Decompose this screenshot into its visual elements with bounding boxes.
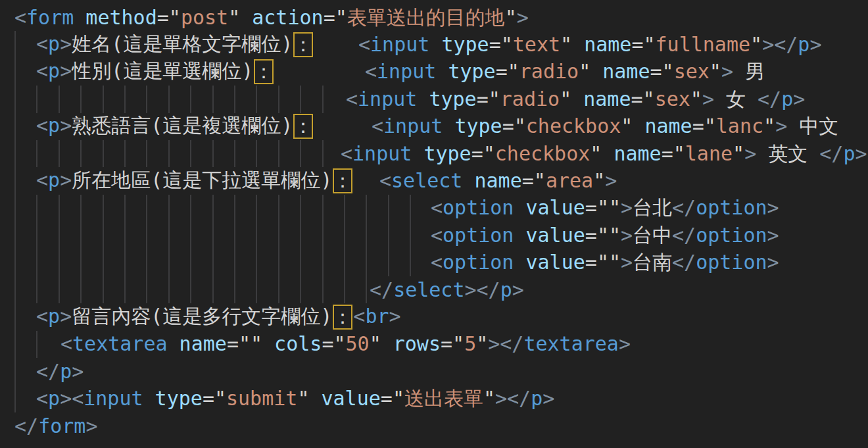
code-segment: </p> bbox=[36, 362, 84, 382]
token-attr: value bbox=[514, 224, 585, 247]
token-punctuation: > bbox=[60, 304, 72, 327]
token-punctuation: > bbox=[60, 59, 72, 82]
token-quote: " bbox=[560, 87, 571, 111]
token-tag: br bbox=[365, 304, 389, 327]
token-quote: " bbox=[370, 332, 381, 355]
indent-guides bbox=[14, 31, 18, 58]
token-tag: form bbox=[26, 6, 74, 29]
token-tag: input bbox=[383, 114, 443, 137]
token-attr: name bbox=[591, 60, 650, 83]
token-punctuation: >< bbox=[60, 387, 84, 410]
code-line: </select></p> bbox=[0, 276, 868, 303]
token-text: 中文 bbox=[787, 114, 838, 137]
token-string: radio bbox=[500, 87, 560, 111]
token-quote: " bbox=[214, 387, 226, 410]
token-tag: input bbox=[352, 142, 412, 165]
token-punctuation: > bbox=[85, 414, 97, 437]
token-punctuation: > bbox=[621, 196, 633, 219]
token-quote: " bbox=[335, 6, 347, 29]
token-tag: option bbox=[696, 196, 767, 219]
token-punctuation: > bbox=[389, 304, 401, 327]
unicode-highlight-box: ： bbox=[254, 59, 274, 84]
indent-guides bbox=[14, 195, 429, 222]
token-tag: p bbox=[843, 142, 855, 165]
code-segment: <input type="radio" name="sex"> 女 </p> bbox=[346, 89, 805, 109]
token-string: 表單送出的目的地 bbox=[347, 6, 505, 29]
token-punctuation: > bbox=[517, 6, 529, 29]
token-quote: " bbox=[690, 87, 702, 111]
token-quote: " bbox=[251, 332, 262, 355]
token-punctuation: > bbox=[809, 33, 821, 56]
token-punctuation: > bbox=[621, 224, 633, 247]
token-punctuation: > bbox=[621, 251, 633, 274]
token-tag: p bbox=[500, 278, 512, 301]
token-quote: " bbox=[750, 33, 762, 56]
token-quote: " bbox=[733, 142, 744, 165]
token-quote: " bbox=[501, 33, 513, 56]
token-punctuation: </ bbox=[819, 142, 843, 165]
code-segment: <p>留言內容(這是多行文字欄位)：<br> bbox=[36, 305, 401, 330]
code-line: <option value="">台中</option> bbox=[0, 222, 868, 249]
token-punctuation: > bbox=[60, 114, 72, 137]
token-punctuation: < bbox=[60, 332, 72, 355]
token-operator: = bbox=[441, 332, 452, 355]
token-punctuation: < bbox=[346, 87, 358, 111]
token-quote: " bbox=[489, 87, 500, 111]
token-quote: " bbox=[763, 114, 775, 137]
token-operator: = bbox=[631, 87, 643, 111]
indent-guides bbox=[14, 385, 18, 412]
token-attr: action bbox=[240, 6, 323, 29]
indent-guides bbox=[14, 167, 18, 194]
token-punctuation: < bbox=[379, 169, 391, 192]
code-segment: <p>性別(這是單選欄位)： bbox=[36, 59, 274, 84]
token-quote: " bbox=[239, 332, 251, 355]
token-tag: p bbox=[48, 32, 60, 55]
token-punctuation: > bbox=[512, 278, 524, 301]
token-punctuation: < bbox=[341, 142, 352, 165]
token-punctuation: < bbox=[36, 304, 48, 327]
code-segment: <input type="checkbox" name="lane"> 英文 <… bbox=[341, 144, 867, 164]
token-quote: " bbox=[621, 114, 633, 137]
code-line: <input type="radio" name="sex"> 女 </p> bbox=[0, 86, 868, 112]
token-tag: p bbox=[531, 387, 542, 410]
token-attr: cols bbox=[262, 332, 322, 355]
token-punctuation: < bbox=[431, 196, 443, 219]
token-operator: = bbox=[522, 169, 534, 192]
token-quote: " bbox=[483, 142, 495, 165]
code-line: </p> bbox=[0, 358, 868, 385]
token-punctuation: ></ bbox=[762, 33, 798, 56]
token-quote: " bbox=[704, 114, 716, 137]
token-quote: " bbox=[673, 142, 685, 165]
indent-guides bbox=[14, 331, 43, 358]
code-line: </form> bbox=[0, 412, 868, 439]
token-tag: option bbox=[696, 251, 767, 274]
code-line: <option value="">台南</option> bbox=[0, 249, 868, 276]
code-line: <p>熟悉語言(這是複選欄位)： <input type="checkbox" … bbox=[0, 113, 868, 140]
token-punctuation: < bbox=[36, 59, 48, 82]
code-segment: <textarea name="" cols="50" rows="5"></t… bbox=[60, 334, 631, 354]
token-punctuation: < bbox=[365, 60, 377, 83]
code-line: <input type="checkbox" name="lane"> 英文 <… bbox=[0, 140, 868, 167]
indent-guides bbox=[14, 59, 18, 86]
code-editor[interactable]: <form method="post" action="表單送出的目的地"> <… bbox=[0, 0, 868, 448]
token-operator: = bbox=[322, 332, 333, 355]
token-quote: " bbox=[710, 60, 721, 83]
token-quote: " bbox=[333, 332, 345, 355]
indent-guides bbox=[14, 303, 18, 330]
token-text: 性別(這是單選欄位) bbox=[72, 59, 253, 82]
token-attr: name bbox=[462, 169, 521, 192]
token-operator: = bbox=[692, 114, 704, 137]
token-string: 送出表單 bbox=[404, 387, 483, 410]
token-punctuation: > bbox=[744, 142, 756, 165]
token-string: checkbox bbox=[526, 114, 621, 137]
token-operator: = bbox=[471, 142, 483, 165]
token-attr: type bbox=[436, 60, 495, 83]
token-punctuation: </ bbox=[14, 414, 38, 437]
token-attr: type bbox=[412, 142, 471, 165]
token-punctuation: > bbox=[767, 251, 779, 274]
token-tag: option bbox=[443, 196, 514, 219]
token-quote: " bbox=[297, 387, 309, 410]
token-tag: option bbox=[443, 224, 514, 247]
token-text: 姓名(這是單格文字欄位) bbox=[72, 32, 293, 55]
unicode-highlight-box: ： bbox=[333, 305, 352, 330]
